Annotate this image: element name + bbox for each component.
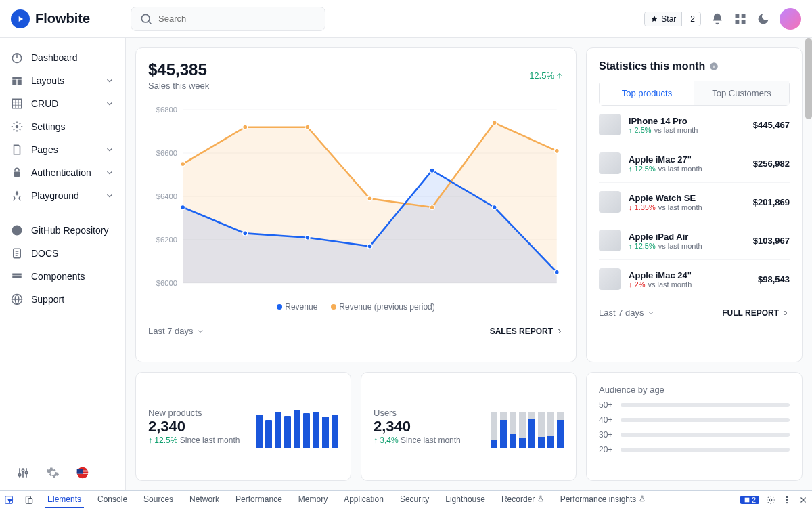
svg-rect-4 xyxy=(742,20,746,24)
product-price: $98,543 xyxy=(758,274,790,284)
nav-icon xyxy=(11,293,23,305)
sidebar-item-settings[interactable]: Settings xyxy=(0,115,125,138)
tab-top-customers[interactable]: Top Customers xyxy=(694,81,789,105)
sales-report-link[interactable]: SALES REPORT xyxy=(490,326,564,336)
sales-delta: 12.5% xyxy=(529,60,564,91)
devtools-tab-memory[interactable]: Memory xyxy=(296,492,330,508)
adjustments-icon[interactable] xyxy=(16,466,30,480)
sidebar-item-support[interactable]: Support xyxy=(0,288,125,311)
nav-icon xyxy=(11,75,23,87)
topbar: Flowbite Star 2 xyxy=(0,0,812,38)
inspect-icon[interactable] xyxy=(4,495,14,505)
device-icon[interactable] xyxy=(24,495,34,505)
devtools-tab-performance[interactable]: Performance xyxy=(233,492,285,508)
svg-text:$6600: $6600 xyxy=(156,149,177,157)
svg-rect-23 xyxy=(77,469,83,474)
product-name: Apple iPad Air xyxy=(629,232,745,242)
svg-rect-6 xyxy=(12,77,22,79)
nav-label: DOCS xyxy=(31,248,58,259)
search-input[interactable] xyxy=(158,14,317,24)
nav-icon xyxy=(11,98,23,110)
gear-icon[interactable] xyxy=(766,495,775,505)
sales-card: $45,385 Sales this week 12.5% $6800$6600… xyxy=(135,47,577,362)
info-icon[interactable] xyxy=(709,62,719,71)
devtools-issues-badge[interactable]: 2 xyxy=(740,496,759,504)
product-row[interactable]: Apple Watch SE ↓ 1.35% vs last month $20… xyxy=(599,183,790,221)
devtools-tab-lighthouse[interactable]: Lighthouse xyxy=(443,492,488,508)
nav-label: Playground xyxy=(31,190,79,201)
mini-sparkline xyxy=(256,405,338,448)
product-row[interactable]: Apple iPad Air ↑ 12.5% vs last month $10… xyxy=(599,221,790,260)
stats-range-select[interactable]: Last 7 days xyxy=(599,308,655,318)
sidebar-item-docs[interactable]: DOCS xyxy=(0,242,125,265)
devtools-tab-performance insights[interactable]: Performance insights xyxy=(558,492,648,508)
devtools-tab-security[interactable]: Security xyxy=(397,492,432,508)
chevron-right-icon xyxy=(782,309,790,317)
sales-chart: $6800$6600$6400$6200$6000 xyxy=(148,95,564,298)
product-name: Apple iMac 27" xyxy=(629,154,745,165)
close-icon[interactable] xyxy=(798,495,808,505)
svg-point-36 xyxy=(305,125,310,129)
flag-us-icon[interactable] xyxy=(76,466,89,480)
svg-text:$6800: $6800 xyxy=(156,106,177,114)
devtools-tab-sources[interactable]: Sources xyxy=(141,492,176,508)
sidebar-item-layouts[interactable]: Layouts xyxy=(0,69,125,92)
product-row[interactable]: iPhone 14 Pro ↑ 2.5% vs last month $445,… xyxy=(599,106,790,144)
sidebar-item-crud[interactable]: CRUD xyxy=(0,92,125,115)
svg-point-54 xyxy=(786,496,788,497)
product-row[interactable]: Apple iMac 24" ↓ 2% vs last month $98,54… xyxy=(599,260,790,298)
github-star-button[interactable]: Star 2 xyxy=(644,12,701,26)
chart-legend: Revenue Revenue (previous period) xyxy=(148,298,564,316)
mini-label: Users xyxy=(374,408,461,418)
product-row[interactable]: Apple iMac 27" ↑ 12.5% vs last month $25… xyxy=(599,144,790,183)
devtools-tab-recorder[interactable]: Recorder xyxy=(499,492,547,508)
devtools-tab-network[interactable]: Network xyxy=(187,492,222,508)
range-select[interactable]: Last 7 days xyxy=(148,326,204,336)
sidebar-item-dashboard[interactable]: Dashboard xyxy=(0,46,125,69)
svg-rect-9 xyxy=(12,99,22,108)
chevron-down-icon xyxy=(105,145,114,154)
product-thumb xyxy=(599,268,621,290)
gear-icon[interactable] xyxy=(46,466,60,480)
nav-label: CRUD xyxy=(31,98,58,109)
sidebar: Dashboard Layouts CRUD Settings Pages Au… xyxy=(0,38,126,490)
sidebar-item-authentication[interactable]: Authentication xyxy=(0,161,125,184)
svg-point-19 xyxy=(25,471,27,473)
svg-rect-51 xyxy=(28,498,32,503)
moon-icon[interactable] xyxy=(757,12,770,26)
chevron-down-icon xyxy=(105,168,114,177)
apps-grid-icon[interactable] xyxy=(734,12,747,26)
svg-point-18 xyxy=(22,469,24,471)
avatar[interactable] xyxy=(780,8,801,30)
svg-point-44 xyxy=(367,244,372,249)
more-icon[interactable] xyxy=(782,495,792,505)
sidebar-item-playground[interactable]: Playground xyxy=(0,184,125,207)
svg-point-42 xyxy=(243,231,248,236)
sidebar-item-components[interactable]: Components xyxy=(0,265,125,288)
svg-point-35 xyxy=(243,125,248,129)
svg-rect-15 xyxy=(12,276,22,278)
nav-label: Pages xyxy=(31,144,58,155)
devtools-bar: ElementsConsoleSourcesNetworkPerformance… xyxy=(0,490,812,508)
nav-icon xyxy=(11,190,23,202)
scrollbar[interactable] xyxy=(805,38,812,119)
devtools-tab-application[interactable]: Application xyxy=(341,492,386,508)
tab-top-products[interactable]: Top products xyxy=(600,81,694,105)
svg-point-37 xyxy=(367,196,372,201)
search-input-wrap[interactable] xyxy=(131,7,325,31)
chevron-right-icon xyxy=(556,327,564,335)
svg-point-39 xyxy=(492,121,497,125)
svg-text:$6400: $6400 xyxy=(156,192,177,200)
nav-icon xyxy=(11,121,23,133)
brand[interactable]: Flowbite xyxy=(11,9,90,28)
sidebar-item-github repository[interactable]: GitHub Repository xyxy=(0,219,125,242)
devtools-tab-console[interactable]: Console xyxy=(95,492,130,508)
chevron-down-icon xyxy=(196,327,204,335)
product-thumb xyxy=(599,114,621,135)
devtools-tab-elements[interactable]: Elements xyxy=(45,492,84,508)
full-report-link[interactable]: FULL REPORT xyxy=(722,308,790,318)
sidebar-item-pages[interactable]: Pages xyxy=(0,138,125,161)
product-name: Apple Watch SE xyxy=(629,193,745,203)
bell-icon[interactable] xyxy=(710,12,724,26)
svg-point-41 xyxy=(181,205,185,209)
